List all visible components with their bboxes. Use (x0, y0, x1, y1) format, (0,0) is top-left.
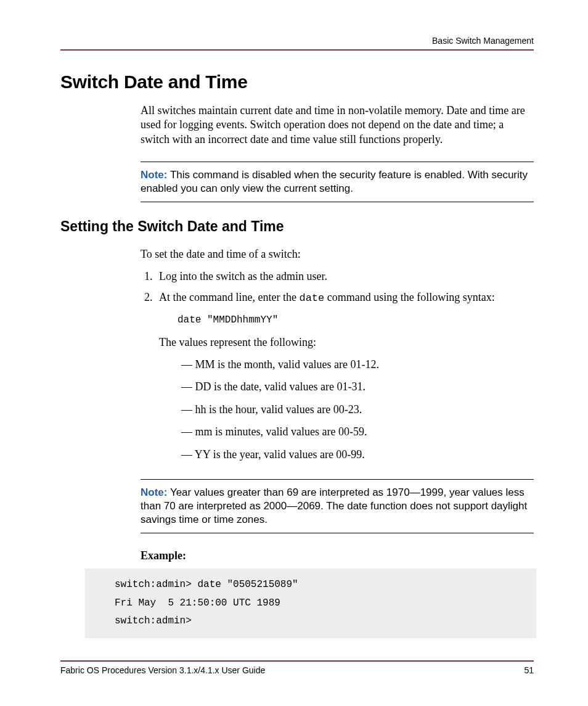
note1-text: This command is disabled when the securi… (141, 169, 528, 194)
note2-rule-top (141, 479, 534, 480)
value-yy: YY is the year, valid values are 00-99. (178, 445, 534, 464)
value-mm: MM is the month, valid values are 01-12. (178, 355, 534, 374)
steps-list: Log into the switch as the admin user. A… (155, 268, 534, 464)
value-hh: hh is the hour, valid values are 00-23. (178, 400, 534, 419)
step-2: At the command line, enter the date comm… (155, 289, 534, 464)
note1-rule-bottom (141, 202, 534, 202)
header-chapter: Basic Switch Management (60, 36, 534, 46)
step-1: Log into the switch as the admin user. (155, 268, 534, 285)
note2-body: Note: Year values greater than 69 are in… (141, 486, 534, 527)
example-label: Example: (141, 549, 534, 562)
values-list: MM is the month, valid values are 01-12.… (178, 355, 534, 464)
footer-rule (60, 660, 534, 662)
note2-rule-bottom (141, 533, 534, 533)
note1-body: Note: This command is disabled when the … (141, 168, 534, 195)
header-rule (60, 49, 534, 51)
footer-left: Fabric OS Procedures Version 3.1.x/4.1.x… (60, 665, 265, 675)
note2-text: Year values greater than 69 are interpre… (141, 486, 527, 525)
note2-label: Note: (141, 486, 167, 498)
value-dd: DD is the date, valid values are 01-31. (178, 377, 534, 396)
section-intro: All switches maintain current date and t… (141, 104, 534, 147)
step2-cmd: date (299, 292, 324, 304)
section-title: Switch Date and Time (60, 72, 534, 92)
note1-rule-top (141, 162, 534, 162)
value-min: mm is minutes, valid values are 00-59. (178, 422, 534, 441)
footer-page-number: 51 (524, 665, 534, 675)
step2-pre: At the command line, enter the (159, 291, 299, 303)
footer: Fabric OS Procedures Version 3.1.x/4.1.x… (60, 660, 534, 675)
subsection-intro: To set the date and time of a switch: (141, 247, 534, 261)
note1-label: Note: (141, 169, 167, 181)
step2-post: command using the following syntax: (324, 291, 494, 303)
subsection-title: Setting the Switch Date and Time (60, 218, 534, 235)
syntax-line: date "MMDDhhmmYY" (178, 313, 534, 328)
example-code: switch:admin> date "0505215089" Fri May … (85, 568, 536, 638)
values-intro: The values represent the following: (159, 334, 534, 351)
